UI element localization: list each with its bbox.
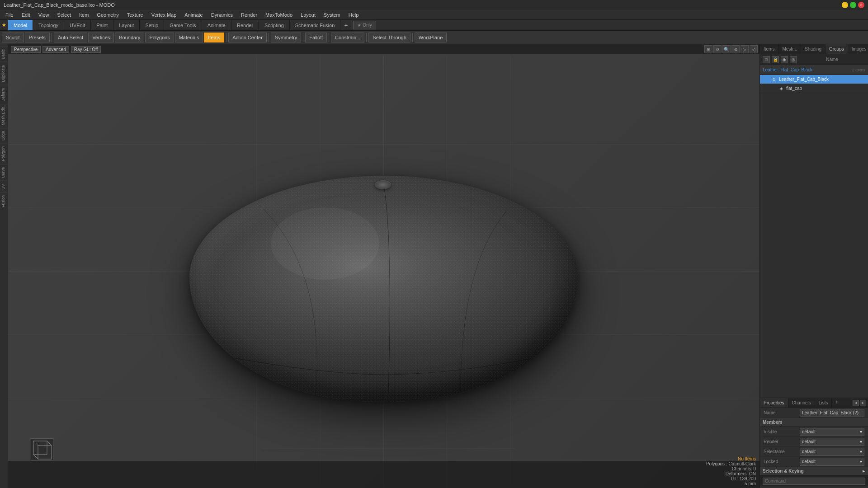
menu-item-geometry[interactable]: Geometry: [93, 11, 122, 19]
items-btn-3[interactable]: ◉: [781, 56, 788, 63]
visible-label: Visible: [764, 429, 800, 434]
toolbar-btn-symmetry[interactable]: Symmetry: [271, 33, 302, 42]
menu-item-texture[interactable]: Texture: [123, 11, 147, 19]
mode-tab-setup[interactable]: Setup: [140, 20, 164, 30]
mode-tab-uvedit[interactable]: UVEdit: [64, 20, 91, 30]
prop-tab-channels[interactable]: Channels: [788, 398, 815, 408]
tree-label-1: Leather_Flat_Cap_Black: [779, 77, 829, 82]
sidebar-tab-curve[interactable]: Curve: [0, 164, 8, 181]
selectable-select[interactable]: default ▾: [800, 448, 864, 456]
maximize-button[interactable]: □: [850, 2, 856, 8]
rpanel-tab-items[interactable]: Items: [760, 44, 778, 54]
toolbar-btn-auto_select[interactable]: Auto Select: [54, 33, 87, 42]
sidebar-tab-fusion[interactable]: Fusion: [0, 192, 8, 210]
prop-expand-btn-1[interactable]: ◂: [853, 400, 859, 406]
group-header[interactable]: Leather_Flat_Cap_Black 2 Items: [760, 65, 868, 75]
rpanel-tab-shading[interactable]: Shading: [801, 44, 826, 54]
items-btn-1[interactable]: □: [763, 56, 770, 63]
menu-item-help[interactable]: Help: [345, 11, 363, 19]
mode-tab-only[interactable]: ★ Only: [353, 21, 376, 29]
command-input[interactable]: [763, 478, 865, 485]
menu-item-edit[interactable]: Edit: [18, 11, 34, 19]
name-label: Name: [764, 410, 800, 415]
sidebar-tab-polygon[interactable]: Polygon: [0, 143, 8, 164]
mode-tab-plus[interactable]: +: [340, 20, 351, 30]
right-panel: ItemsMesh...ShadingGroupsImages □ 🔒 ◉ ◎ …: [760, 44, 868, 488]
menu-item-select[interactable]: Select: [53, 11, 75, 19]
items-btn-2[interactable]: 🔒: [772, 56, 779, 63]
sidebar-tab-basic[interactable]: Basic: [0, 46, 8, 62]
viewport-icon-4[interactable]: ⚙: [731, 45, 740, 53]
mode-tab-topology[interactable]: Topology: [33, 20, 64, 30]
mode-tab-layout[interactable]: Layout: [113, 20, 140, 30]
toolbar-btn-items[interactable]: Items: [204, 33, 224, 42]
menu-item-system[interactable]: System: [320, 11, 344, 19]
toolbar-btn-boundary[interactable]: Boundary: [115, 33, 144, 42]
mode-tab-scripting[interactable]: Scripting: [259, 20, 290, 30]
toolbar-btn-falloff[interactable]: Falloff: [305, 33, 327, 42]
close-button[interactable]: ×: [858, 2, 864, 8]
sidebar-tab-uv[interactable]: UV: [0, 181, 8, 192]
visible-select[interactable]: default ▾: [800, 428, 864, 436]
menu-item-file[interactable]: File: [2, 11, 17, 19]
viewport-icon-1[interactable]: ⊞: [704, 45, 712, 53]
prop-row-locked: Locked default ▾: [760, 457, 868, 467]
menu-item-vertex map[interactable]: Vertex Map: [148, 11, 180, 19]
toolbar-btn-workplane[interactable]: WorkPlane: [415, 33, 447, 42]
toolbar-btn-action_center[interactable]: Action Center: [228, 33, 267, 42]
menu-item-item[interactable]: Item: [75, 11, 92, 19]
items-btn-4[interactable]: ◎: [790, 56, 797, 63]
mode-tab-animate[interactable]: Animate: [202, 20, 231, 30]
viewport-icon-5[interactable]: ▷: [741, 45, 749, 53]
prop-row-render: Render default ▾: [760, 437, 868, 447]
toolbar-btn-vertices[interactable]: Vertices: [88, 33, 114, 42]
locked-select[interactable]: default ▾: [800, 458, 864, 466]
tree-item-leather[interactable]: ⊙ Leather_Flat_Cap_Black: [760, 75, 868, 84]
toolbar-btn-materials[interactable]: Materials: [175, 33, 203, 42]
viewport-icon-3[interactable]: 🔍: [722, 45, 731, 53]
sidebar-tab-mesh-edit[interactable]: Mesh Edit: [0, 104, 8, 128]
minimize-button[interactable]: −: [842, 2, 848, 8]
advanced-button[interactable]: Advanced: [42, 46, 69, 53]
sidebar-tab-duplicate[interactable]: Duplicate: [0, 62, 8, 85]
toolbar-separator: [412, 33, 413, 42]
menu-item-dynamics[interactable]: Dynamics: [208, 11, 236, 19]
perspective-button[interactable]: Perspective: [11, 46, 41, 53]
rpanel-tab-mesh...[interactable]: Mesh...: [778, 44, 801, 54]
tree-item-flat-cap[interactable]: ◈ flat_cap: [760, 84, 868, 93]
menu-item-layout[interactable]: Layout: [297, 11, 319, 19]
rpanel-tab-groups[interactable]: Groups: [826, 44, 848, 54]
selection-keying-section[interactable]: Selection & Keying ▸: [760, 467, 868, 476]
menu-item-animate[interactable]: Animate: [181, 11, 206, 19]
toolbar-btn-polygons[interactable]: Polygons: [145, 33, 174, 42]
members-section[interactable]: Members: [760, 418, 868, 427]
prop-tab-lists[interactable]: Lists: [815, 398, 832, 408]
deformers-status: Deformers: ON: [12, 471, 756, 476]
toolbar-btn-select_through[interactable]: Select Through: [368, 33, 410, 42]
viewport-icon-6[interactable]: ◁: [750, 45, 758, 53]
toolbar-btn-constrain[interactable]: Constrain...: [331, 33, 364, 42]
name-value[interactable]: Leather_Flat_Cap_Black (2): [800, 409, 864, 417]
sidebar-tab-deform[interactable]: Deform: [0, 85, 8, 104]
rpanel-tab-images[interactable]: Images: [848, 44, 868, 54]
ray-gl-button[interactable]: Ray GL: Off: [71, 46, 101, 53]
render-select[interactable]: default ▾: [800, 438, 864, 446]
menu-item-render[interactable]: Render: [237, 11, 261, 19]
mode-tab-paint[interactable]: Paint: [91, 20, 113, 30]
viewport-icon-2[interactable]: ↺: [713, 45, 722, 53]
prop-expand-btn-2[interactable]: ▸: [860, 400, 866, 406]
menu-item-maxtomodo[interactable]: MaxToModo: [262, 11, 296, 19]
properties-tabs: Properties Channels Lists + ◂ ▸: [760, 398, 868, 408]
toolbar-btn-sculpt[interactable]: Sculpt: [2, 33, 24, 42]
mode-tab-schematic-fusion[interactable]: Schematic Fusion: [290, 20, 340, 30]
mode-tab-render[interactable]: Render: [231, 20, 259, 30]
no-items-label: No Items: [738, 456, 756, 461]
menu-item-view[interactable]: View: [35, 11, 53, 19]
sidebar-tab-edge[interactable]: Edge: [0, 128, 8, 143]
prop-tab-plus[interactable]: +: [832, 398, 840, 408]
mode-tab-model[interactable]: Model: [8, 20, 33, 30]
toolbar-btn-presets[interactable]: Presets: [25, 33, 50, 42]
viewport[interactable]: Perspective Advanced Ray GL: Off ⊞ ↺ 🔍 ⚙…: [8, 44, 760, 488]
mode-tab-game-tools[interactable]: Game Tools: [164, 20, 202, 30]
prop-tab-properties[interactable]: Properties: [760, 398, 788, 408]
